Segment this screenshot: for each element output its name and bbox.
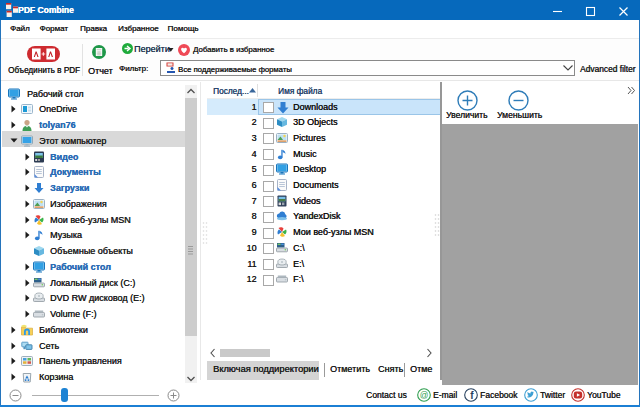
svg-text:@: @	[420, 390, 429, 400]
svg-text:f: f	[470, 390, 474, 401]
